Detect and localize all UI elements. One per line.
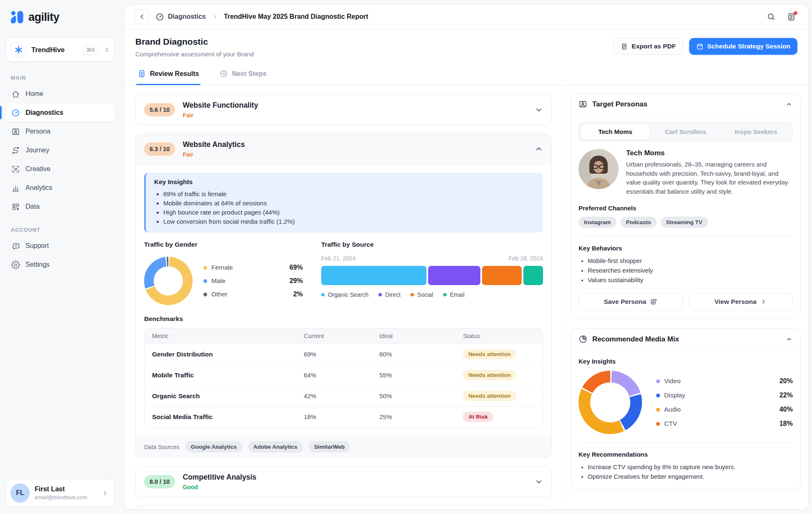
insight-item: Mobile dominates at 64% of sessions bbox=[163, 199, 535, 208]
chevron-right-icon bbox=[760, 298, 767, 305]
legend-row: Direct bbox=[378, 291, 401, 298]
notifications-icon[interactable] bbox=[787, 13, 796, 21]
export-pdf-button[interactable]: Export as PDF bbox=[613, 38, 683, 55]
sidebar-item[interactable]: Settings bbox=[6, 256, 115, 273]
recommendation-item: Increase CTV spending by 8% to capture n… bbox=[588, 462, 793, 472]
chevron-left-icon bbox=[138, 13, 146, 20]
sidebar-item[interactable]: Home bbox=[6, 85, 115, 103]
chevron-down-icon[interactable] bbox=[535, 478, 543, 486]
section-title: Competitive Analysis bbox=[183, 473, 527, 482]
divider bbox=[579, 236, 793, 236]
competitive-analysis-header[interactable]: 8.0 / 10 Competitive Analysis Good bbox=[136, 467, 551, 497]
sidebar-item[interactable]: Diagnostics bbox=[6, 104, 115, 121]
notification-badge bbox=[794, 11, 797, 15]
current-cell: 42% bbox=[304, 387, 379, 404]
website-functionality-card: 5.6 / 10 Website Functionality Fair bbox=[135, 94, 552, 125]
ideal-cell: 25% bbox=[379, 408, 463, 425]
traffic-by-source-chart: Traffic by Source Feb 21, 2024 Feb 28, 2… bbox=[321, 241, 543, 305]
status-badge: Needs attention bbox=[463, 391, 516, 401]
chevron-right-icon bbox=[102, 490, 109, 497]
behavior-item: Values sustainability bbox=[588, 275, 793, 285]
save-persona-button[interactable]: Save Persona bbox=[579, 293, 683, 311]
arrow-right-circle-icon bbox=[220, 70, 228, 78]
key-insights-title: Key Insights bbox=[154, 178, 535, 186]
sidebar-item[interactable]: Support bbox=[6, 237, 115, 255]
website-analytics-header[interactable]: 6.3 / 10 Website Analytics Fair bbox=[136, 134, 551, 164]
status-badge: At Risk bbox=[463, 412, 493, 422]
gender-legend: Female 69% Male 29% Othe bbox=[203, 261, 303, 301]
chevron-down-icon[interactable] bbox=[535, 106, 543, 114]
legend-row: Email bbox=[443, 291, 464, 298]
chevron-up-icon[interactable] bbox=[535, 145, 543, 153]
behavior-item: Researches extensively bbox=[588, 266, 793, 275]
legend-dot bbox=[443, 293, 447, 296]
chevron-up-down-icon bbox=[104, 46, 110, 53]
sidebar-item-label: Data bbox=[25, 203, 40, 210]
persona-icon bbox=[11, 127, 20, 136]
gender-donut-chart bbox=[144, 257, 193, 305]
sidebar-item[interactable]: Journey bbox=[6, 142, 115, 159]
recommendations-list: Increase CTV spending by 8% to capture n… bbox=[579, 462, 793, 482]
workspace-icon bbox=[10, 42, 26, 58]
legend-dot bbox=[321, 293, 325, 296]
persona-tab[interactable]: Tech Moms bbox=[580, 124, 650, 140]
column-header: Current bbox=[304, 329, 379, 344]
legend-row: Display 22% bbox=[656, 388, 793, 402]
legend-row: Video 20% bbox=[656, 374, 793, 388]
rating-label: Fair bbox=[183, 112, 527, 119]
nav-section-main-label: MAIN bbox=[6, 75, 115, 81]
collapse-chevron-up-icon[interactable] bbox=[785, 101, 793, 108]
workspace-switcher[interactable]: TrendHive ⌘K bbox=[6, 38, 115, 62]
user-add-icon bbox=[650, 298, 657, 306]
user-profile-card[interactable]: FL First Last email@trendhive.com bbox=[6, 479, 115, 507]
breadcrumb-section[interactable]: Diagnostics bbox=[155, 13, 206, 21]
legend-dot bbox=[203, 293, 207, 296]
data-source-chip: Google Analytics bbox=[185, 441, 242, 452]
sidebar: agility TrendHive ⌘K MAIN Home Diagnosti… bbox=[0, 0, 121, 513]
search-icon[interactable] bbox=[767, 13, 775, 21]
tab-next-steps[interactable]: Next Steps bbox=[218, 63, 268, 85]
starburst-icon bbox=[15, 46, 23, 54]
sidebar-item[interactable]: Data bbox=[6, 198, 115, 215]
score-badge: 8.0 / 10 bbox=[144, 475, 175, 488]
persona-name: Tech Moms bbox=[626, 149, 793, 157]
legend-label: Male bbox=[211, 277, 226, 285]
schedule-session-button[interactable]: Schedule Strategy Session bbox=[689, 38, 797, 55]
legend-label: Display bbox=[664, 392, 685, 399]
sidebar-item-label: Analytics bbox=[25, 184, 52, 192]
rating-label: Good bbox=[183, 484, 527, 490]
legend-dot bbox=[203, 279, 207, 283]
tab-bar: Review Results Next Steps bbox=[124, 63, 808, 85]
persona-tab[interactable]: Cart Scrollers bbox=[650, 124, 721, 140]
legend-row: Male 29% bbox=[203, 274, 303, 288]
sidebar-item[interactable]: Analytics bbox=[6, 179, 115, 197]
breadcrumb-separator-icon bbox=[212, 14, 218, 20]
website-functionality-header[interactable]: 5.6 / 10 Website Functionality Fair bbox=[136, 95, 551, 125]
collapse-chevron-up-icon[interactable] bbox=[785, 336, 793, 343]
sidebar-item-label: Diagnostics bbox=[25, 109, 63, 116]
workspace-name: TrendHive bbox=[31, 46, 78, 54]
avatar: FL bbox=[10, 483, 30, 503]
support-icon bbox=[11, 242, 20, 250]
home-icon bbox=[11, 90, 20, 99]
current-cell: 69% bbox=[304, 346, 379, 363]
score-badge: 5.6 / 10 bbox=[144, 103, 175, 116]
legend-value: 2% bbox=[293, 291, 303, 298]
legend-label: Other bbox=[211, 291, 228, 298]
sidebar-item[interactable]: Creative bbox=[6, 160, 115, 178]
journey-icon bbox=[11, 146, 20, 155]
tab-review-results[interactable]: Review Results bbox=[136, 63, 200, 85]
source-bar-segment bbox=[428, 266, 481, 285]
view-persona-button[interactable]: View Persona bbox=[689, 293, 793, 311]
channel-chip: Podcasts bbox=[621, 217, 657, 228]
ideal-cell: 60% bbox=[379, 346, 463, 363]
back-button[interactable] bbox=[134, 9, 150, 24]
divider bbox=[579, 442, 793, 442]
persona-tab[interactable]: Inspo Seekers bbox=[721, 124, 791, 140]
legend-value: 29% bbox=[289, 277, 303, 285]
sidebar-item[interactable]: Persona bbox=[6, 123, 115, 140]
ideal-cell: 50% bbox=[379, 387, 463, 404]
main-panel: Diagnostics TrendHive May 2025 Brand Dia… bbox=[124, 4, 809, 510]
calendar-icon bbox=[696, 43, 703, 50]
pie-chart-icon bbox=[579, 335, 587, 344]
